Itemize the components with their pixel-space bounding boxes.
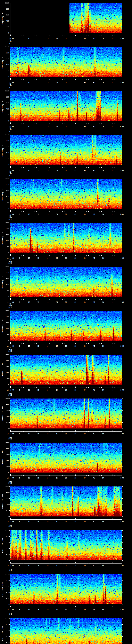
axis-tick [122,197,122,197]
axis-tick [25,124,26,124]
x-tick-label: 50 [102,82,104,83]
axis-tick [22,80,22,80]
axis-tick [118,387,118,388]
axis-tick [46,343,46,344]
axis-tick [64,563,64,563]
axis-tick [29,211,29,212]
axis-tick [29,562,29,563]
axis-tick [12,124,12,124]
axis-tick [10,192,10,192]
x-tick-label: 15 [38,433,39,435]
axis-tick [25,168,26,168]
x-tick-label: 40 [84,170,86,171]
x-tick-label: 10 [28,521,30,523]
axis-tick [38,211,38,212]
axis-tick [10,189,10,190]
axis-tick [122,471,122,471]
axis-tick [10,465,10,465]
spectrogram-panel: Frequency (Hz) 10008006004002000 12:10:0… [0,264,132,308]
axis-tick [31,299,31,300]
axis-tick [112,342,113,344]
x-tick-label: 5 [19,345,20,347]
axis-tick [96,211,96,212]
axis-tick [9,191,10,191]
axis-tick [57,255,57,256]
axis-tick [70,563,70,563]
axis-tick [118,475,118,476]
x-tick-label: 40 [84,126,86,127]
spectrogram-canvas [10,135,122,165]
axis-tick [112,167,113,168]
axis-tick [49,431,50,432]
x-tick-label: 15 [38,521,39,523]
axis-tick [10,582,10,582]
axis-tick [122,618,122,618]
axis-tick [114,475,114,476]
spectrogram-panel: Frequency (Hz) 10008006004002000 12:09:0… [0,220,132,264]
axis-tick [38,386,38,388]
y-tick-label: 400 [2,636,9,637]
axis-tick [53,431,53,432]
axis-tick [96,519,96,520]
axis-tick [60,519,61,520]
axis-tick [122,233,122,234]
axis-tick [122,408,122,408]
y-tick-label: 800 [2,228,9,230]
axis-tick [122,591,122,591]
axis-tick [122,63,122,64]
x-tick-label: 55 [112,609,114,610]
x-tick-label: 40 [84,302,86,303]
axis-tick [114,519,114,520]
axis-tick [57,123,57,124]
axis-tick [51,431,52,432]
y-tick-label: 400 [2,328,9,330]
axis-tick [103,299,104,300]
axis-tick [10,550,10,550]
axis-tick [103,211,104,212]
axis-tick [51,563,52,563]
spectrogram-canvas [10,267,122,297]
axis-tick [122,292,122,292]
axis-tick [40,299,40,300]
axis-tick [10,144,10,144]
axis-tick [31,168,31,168]
axis-tick [10,471,10,471]
axis-tick [22,211,22,212]
axis-tick [122,354,122,355]
axis-tick [120,431,120,432]
axis-tick [122,509,122,509]
x-axis-end-label: 8:00 [120,170,124,171]
axis-tick [122,366,122,367]
y-tick-label: 0 [2,604,9,605]
axis-tick [70,299,70,300]
x-tick-label: 10 [28,302,30,303]
y-axis-title: Frequency (Hz) [2,626,4,641]
x-tick-label: 50 [102,433,104,435]
axis-tick [122,14,122,14]
axis-tick [10,368,10,368]
axis-tick [10,600,10,600]
axis-tick [122,403,122,403]
axis-tick [116,343,116,344]
axis-tick [10,442,10,472]
x-tick-label: 55 [112,345,114,347]
axis-tick [34,36,35,36]
x-tick-label: 30 [65,257,67,259]
axis-tick [31,519,31,520]
axis-tick [10,583,10,584]
axis-tick [122,78,122,80]
axis-tick [49,211,50,212]
axis-tick [122,229,122,229]
axis-tick [120,387,120,388]
axis-tick [10,400,10,400]
x-tick-label: 50 [102,389,104,391]
axis-tick [10,135,10,165]
y-tick-label: 400 [2,196,9,198]
axis-tick [10,476,122,476]
y-tick-label: 0 [2,208,9,210]
axis-tick [116,299,116,300]
axis-tick [122,358,122,358]
axis-tick [118,168,118,168]
axis-tick [122,254,122,256]
axis-tick [120,519,120,520]
